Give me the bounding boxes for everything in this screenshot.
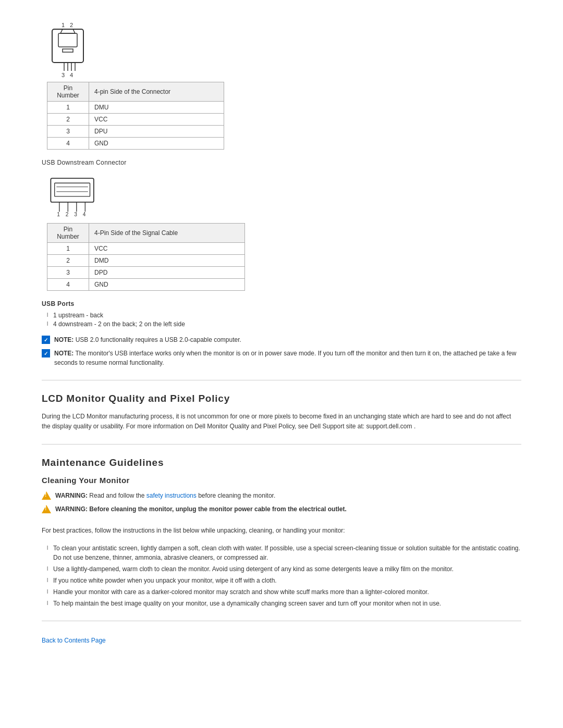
list-item: Use a lightly-dampened, warm cloth to cl… (47, 564, 521, 574)
note2-icon (42, 349, 50, 357)
cleaning-subheading: Cleaning Your Monitor (42, 476, 521, 485)
pin-number: 3 (47, 126, 89, 138)
svg-text:3: 3 (74, 212, 77, 217)
back-to-contents-link[interactable]: Back to Contents Page (42, 637, 521, 644)
cleaning-intro-text: For best practices, follow the instructi… (42, 526, 521, 536)
svg-text:4: 4 (83, 212, 86, 217)
svg-rect-5 (63, 49, 73, 52)
warning1-text: WARNING: Read and follow the safety inst… (55, 491, 275, 500)
pin-signal: VCC (89, 114, 224, 126)
upstream-col1-header: Pin Number (47, 82, 89, 102)
downstream-col1-header: Pin Number (47, 224, 89, 243)
pin-signal: VCC (89, 243, 245, 255)
usb-downstream-diagram: 1 2 3 4 (47, 172, 104, 219)
svg-rect-13 (55, 183, 90, 196)
pin-number: 4 (47, 138, 89, 150)
list-item: To help maintain the best image quality … (47, 599, 521, 608)
table-row: 2VCC (47, 114, 224, 126)
list-item: To clean your antistatic screen, lightly… (47, 544, 521, 562)
maintenance-heading: Maintenance Guidelines (42, 457, 521, 468)
divider-1 (42, 380, 521, 380)
svg-text:1: 1 (57, 212, 60, 217)
downstream-pin-table: Pin Number 4-Pin Side of the Signal Cabl… (47, 223, 245, 291)
pin-number: 2 (47, 255, 89, 267)
usb-ports-list: 1 upstream - back4 downstream - 2 on the… (47, 312, 521, 328)
table-row: 3DPU (47, 126, 224, 138)
downstream-connector-section: 1 2 3 4 Pin Number 4-Pin Side of the Sig… (47, 172, 521, 291)
divider-2 (42, 444, 521, 445)
pin-number: 1 (47, 102, 89, 114)
usb-upstream-diagram: 1 2 3 4 (47, 21, 94, 78)
svg-text:2: 2 (70, 22, 73, 28)
note1-text: NOTE: USB 2.0 functionality requires a U… (54, 335, 521, 344)
warning2-icon (42, 505, 51, 513)
svg-text:4: 4 (70, 72, 73, 78)
note1-box: NOTE: USB 2.0 functionality requires a U… (42, 335, 521, 344)
pin-number: 1 (47, 243, 89, 255)
page-content: 1 2 3 4 Pin Number 4-pin Side of (42, 21, 521, 644)
svg-text:3: 3 (62, 72, 65, 78)
note1-icon (42, 336, 50, 344)
table-row: 4GND (47, 279, 245, 291)
svg-rect-2 (52, 29, 83, 63)
warning1-icon (42, 491, 51, 500)
note2-box: NOTE: The monitor's USB interface works … (42, 349, 521, 367)
pin-signal: GND (89, 138, 224, 150)
note2-text: NOTE: The monitor's USB interface works … (54, 349, 521, 367)
pin-signal: DPD (89, 267, 245, 279)
svg-rect-12 (51, 178, 94, 202)
downstream-section-label: USB Downstream Connector (42, 159, 521, 166)
warning1-box: WARNING: Read and follow the safety inst… (42, 491, 521, 500)
pin-number: 3 (47, 267, 89, 279)
svg-rect-3 (58, 33, 77, 47)
pin-signal: DMU (89, 102, 224, 114)
lcd-body-text: During the LCD Monitor manufacturing pro… (42, 412, 521, 431)
list-item: 1 upstream - back (47, 312, 521, 319)
pin-number: 4 (47, 279, 89, 291)
safety-instructions-link[interactable]: safety instructions (146, 492, 197, 499)
downstream-col2-header: 4-Pin Side of the Signal Cable (89, 224, 245, 243)
table-row: 1VCC (47, 243, 245, 255)
list-item: 4 downstream - 2 on the back; 2 on the l… (47, 320, 521, 328)
svg-marker-4 (60, 29, 75, 33)
upstream-connector-section: 1 2 3 4 Pin Number 4-pin Side of (47, 21, 521, 150)
usb-ports-label: USB Ports (42, 300, 521, 307)
cleaning-list: To clean your antistatic screen, lightly… (47, 544, 521, 608)
divider-3 (42, 621, 521, 621)
warning2-text: WARNING: Before cleaning the monitor, un… (55, 504, 347, 514)
pin-signal: GND (89, 279, 245, 291)
list-item: Handle your monitor with care as a darke… (47, 587, 521, 597)
warning2-box: WARNING: Before cleaning the monitor, un… (42, 504, 521, 514)
pin-signal: DMD (89, 255, 245, 267)
pin-signal: DPU (89, 126, 224, 138)
svg-text:2: 2 (66, 212, 69, 217)
table-row: 1DMU (47, 102, 224, 114)
list-item: If you notice white powder when you unpa… (47, 576, 521, 585)
table-row: 2DMD (47, 255, 245, 267)
svg-text:1: 1 (62, 22, 65, 28)
lcd-section-heading: LCD Monitor Quality and Pixel Policy (42, 393, 521, 404)
upstream-pin-table: Pin Number 4-pin Side of the Connector 1… (47, 82, 224, 150)
upstream-col2-header: 4-pin Side of the Connector (89, 82, 224, 102)
table-row: 4GND (47, 138, 224, 150)
table-row: 3DPD (47, 267, 245, 279)
pin-number: 2 (47, 114, 89, 126)
